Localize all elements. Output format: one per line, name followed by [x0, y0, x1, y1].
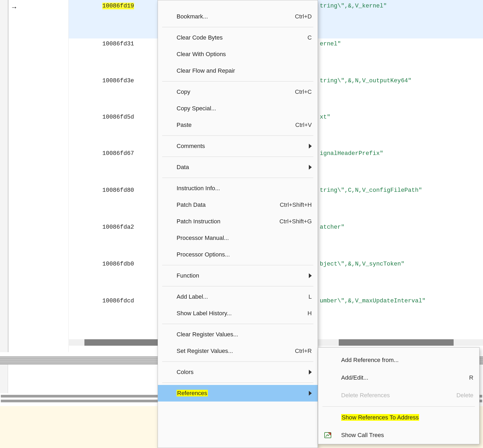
menu-accel: R	[464, 374, 473, 381]
address-cell[interactable]: 10086fd3e	[102, 77, 134, 84]
menu-item-show-references-to-address[interactable]: Show References To Address	[318, 409, 479, 426]
menu-label: Show Call Trees	[341, 432, 473, 439]
code-cell: umber\",&,V_maxUpdateInterval"	[320, 298, 426, 304]
menu-label: Data	[177, 164, 306, 171]
menu-label: Add Label...	[177, 293, 303, 300]
menu-accel: L	[303, 293, 312, 300]
menu-label: Patch Instruction	[177, 218, 274, 225]
menu-item-show-call-trees[interactable]: Show Call Trees	[318, 426, 479, 444]
address-cell[interactable]: 10086fdb0	[102, 261, 134, 267]
menu-item-add-edit[interactable]: Add/Edit... R	[318, 369, 479, 387]
menu-item-processor-manual[interactable]: Processor Manual...	[158, 230, 318, 246]
address-cell[interactable]: 10086fd80	[102, 187, 134, 194]
menu-accel: H	[302, 310, 312, 317]
address-cell[interactable]: 10086fdcd	[102, 298, 134, 304]
address-cell[interactable]: 10086fd67	[102, 150, 134, 157]
address-cell[interactable]: 10086fd31	[102, 41, 134, 47]
menu-item-data[interactable]: Data	[158, 159, 318, 176]
gutter-separator	[8, 0, 9, 352]
menu-separator	[162, 383, 313, 383]
menu-item-processor-options[interactable]: Processor Options...	[158, 246, 318, 263]
context-menu: Bookmark... Ctrl+D Clear Code Bytes C Cl…	[158, 0, 318, 448]
menu-item-clear-code-bytes[interactable]: Clear Code Bytes C	[158, 29, 318, 46]
menu-label: Paste	[177, 122, 290, 128]
chevron-right-icon	[309, 273, 312, 278]
menu-accel: Ctrl+C	[290, 88, 312, 95]
menu-item-add-label[interactable]: Add Label... L	[158, 289, 318, 305]
menu-label: Colors	[177, 369, 306, 376]
submenu-references: Add Reference from... Add/Edit... R Dele…	[318, 347, 480, 444]
code-cell: ernel"	[320, 41, 341, 47]
menu-item-instruction-info[interactable]: Instruction Info...	[158, 180, 318, 197]
menu-label: References	[177, 390, 306, 397]
gutter	[0, 364, 8, 393]
menu-item-show-label-history[interactable]: Show Label History... H	[158, 305, 318, 322]
menu-item-clear-register-values[interactable]: Clear Register Values...	[158, 326, 318, 343]
menu-label: Bookmark...	[177, 13, 290, 20]
address-cell[interactable]: 10086fd5d	[102, 114, 134, 120]
menu-item-function[interactable]: Function	[158, 267, 318, 284]
menu-item-bookmark[interactable]: Bookmark... Ctrl+D	[158, 8, 318, 25]
address-cell[interactable]: 10086fd19	[102, 3, 134, 9]
arrow-right-icon: →	[11, 3, 18, 11]
code-cell: ignalHeaderPrefix"	[320, 150, 383, 157]
gutter	[0, 0, 8, 352]
address-cell[interactable]: 10086fda2	[102, 224, 134, 231]
menu-accel: Ctrl+R	[290, 348, 312, 354]
menu-item-set-register-values[interactable]: Set Register Values... Ctrl+R	[158, 343, 318, 359]
code-cell: atcher"	[320, 224, 344, 231]
chevron-right-icon	[309, 144, 312, 149]
menu-item-copy[interactable]: Copy Ctrl+C	[158, 84, 318, 100]
menu-label: Add Reference from...	[341, 357, 473, 364]
menu-label: Processor Options...	[177, 251, 312, 258]
menu-accel: Ctrl+D	[290, 13, 312, 20]
menu-accel: Ctrl+Shift+H	[274, 201, 312, 208]
menu-label: Patch Data	[177, 201, 274, 208]
menu-item-copy-special[interactable]: Copy Special...	[158, 100, 318, 117]
menu-separator	[162, 27, 313, 27]
menu-label: Show Label History...	[177, 310, 302, 317]
chevron-right-icon	[309, 370, 312, 375]
menu-accel: Ctrl+Shift+G	[274, 218, 312, 225]
menu-label: Copy Special...	[177, 105, 312, 112]
menu-item-delete-references: Delete References Delete	[318, 387, 479, 404]
menu-label: Clear Flow and Repair	[177, 67, 312, 74]
code-cell: tring\",&,N,V_outputKey64"	[320, 77, 411, 84]
menu-separator	[162, 135, 313, 136]
menu-item-add-reference-from[interactable]: Add Reference from...	[318, 351, 479, 369]
menu-label: Function	[177, 272, 306, 279]
menu-separator	[162, 361, 313, 362]
menu-accel: C	[302, 34, 312, 41]
menu-separator	[162, 286, 313, 286]
menu-label: Clear Code Bytes	[177, 34, 302, 41]
menu-separator	[162, 178, 313, 178]
menu-label: Comments	[177, 143, 306, 150]
menu-item-paste[interactable]: Paste Ctrl+V	[158, 117, 318, 133]
menu-accel: Ctrl+V	[290, 122, 312, 128]
scrollbar-thumb[interactable]	[84, 339, 159, 346]
menu-item-clear-with-options[interactable]: Clear With Options	[158, 46, 318, 63]
call-tree-icon	[323, 430, 333, 440]
menu-label: Delete References	[341, 392, 451, 399]
menu-separator	[322, 406, 475, 407]
menu-item-colors[interactable]: Colors	[158, 364, 318, 380]
scrollbar-thumb[interactable]	[339, 339, 454, 346]
menu-label: Set Register Values...	[177, 348, 290, 354]
menu-label: Clear With Options	[177, 51, 312, 58]
menu-item-patch-instruction[interactable]: Patch Instruction Ctrl+Shift+G	[158, 213, 318, 230]
menu-item-clear-flow-and-repair[interactable]: Clear Flow and Repair	[158, 63, 318, 79]
menu-item-patch-data[interactable]: Patch Data Ctrl+Shift+H	[158, 197, 318, 213]
chevron-right-icon	[309, 391, 312, 396]
menu-separator	[162, 81, 313, 81]
menu-accel: Delete	[451, 392, 473, 399]
menu-item-references[interactable]: References	[158, 385, 318, 402]
menu-item-comments[interactable]: Comments	[158, 138, 318, 154]
menu-separator	[162, 265, 313, 265]
menu-separator	[162, 157, 313, 157]
menu-label: Instruction Info...	[177, 185, 312, 192]
menu-label: Processor Manual...	[177, 235, 312, 241]
code-cell: bject\",&,N,V_syncToken"	[320, 261, 404, 267]
menu-label: Add/Edit...	[341, 374, 464, 381]
menu-label: Show References To Address	[341, 414, 473, 421]
menu-separator	[162, 324, 313, 324]
